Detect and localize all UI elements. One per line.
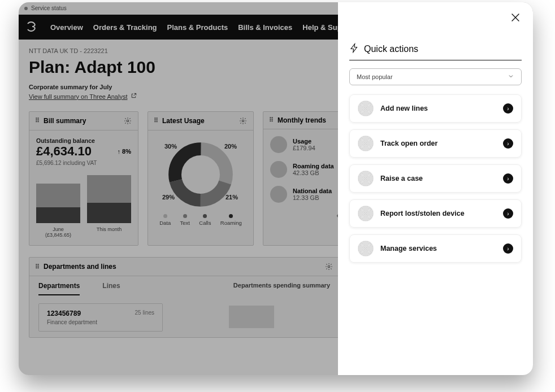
departments-card: ⠿ Departments and lines Departments Line… (29, 257, 340, 338)
brand-logo-icon[interactable] (24, 19, 40, 35)
drag-handle-icon[interactable]: ⠿ (35, 263, 40, 271)
slice-pct-0: 30% (164, 143, 177, 150)
qa-item-icon (358, 136, 374, 151)
qa-raise-a-case[interactable]: Raise a case › (349, 164, 522, 193)
usage-legend: Data Text Calls Roaming (155, 214, 246, 226)
panel-heading: Quick actions (349, 43, 522, 60)
department-item[interactable]: 123456789 Finance department 25 lines (38, 303, 163, 332)
quick-actions-panel: Quick actions Most popular Add new lines… (338, 2, 533, 375)
close-icon (509, 16, 522, 25)
spending-chart-placeholder (229, 306, 274, 328)
depts-summary-title: Departments spending summary (233, 282, 330, 295)
bar-this-month (87, 175, 131, 223)
qa-item-icon (358, 101, 374, 116)
slice-pct-1: 20% (224, 143, 237, 150)
svg-point-6 (328, 265, 330, 268)
depts-tabs: Departments Lines Departments spending s… (29, 276, 339, 295)
balance-sub: £5,696.12 including VAT (36, 160, 131, 166)
chevron-right-icon: › (503, 138, 513, 149)
dept-line-count: 25 lines (135, 310, 154, 316)
lightning-icon (349, 43, 359, 55)
qa-track-open-order[interactable]: Track open order › (349, 129, 522, 158)
balance-amount: £4,634.10 (36, 144, 92, 159)
drag-handle-icon[interactable]: ⠿ (35, 117, 40, 124)
sort-dropdown[interactable]: Most popular (349, 68, 522, 85)
bill-card-title: Bill summary (44, 117, 86, 125)
gear-icon[interactable] (324, 262, 333, 271)
dept-id: 123456789 (47, 310, 97, 317)
latest-usage-card: ⠿ Latest Usage (148, 111, 254, 246)
status-dot-icon (24, 7, 28, 10)
arrow-up-icon: ↑ (118, 148, 121, 155)
nav-plans-products[interactable]: Plans & Products (167, 23, 228, 32)
gear-icon[interactable] (239, 116, 248, 125)
chevron-right-icon: › (503, 243, 513, 254)
qa-item-icon (358, 241, 374, 256)
qa-add-new-lines[interactable]: Add new lines › (349, 94, 522, 123)
close-button[interactable] (349, 11, 522, 26)
chevron-right-icon: › (503, 103, 513, 114)
chevron-down-icon (508, 73, 514, 81)
tab-departments[interactable]: Departments (38, 282, 80, 295)
qa-item-icon (358, 171, 374, 186)
external-link-icon (131, 93, 137, 100)
usage-donut-chart: 30% 20% 21% 29% (167, 141, 235, 208)
status-label[interactable]: Service status (31, 5, 67, 11)
qa-item-icon (358, 206, 374, 221)
depts-card-title: Departments and lines (44, 263, 116, 271)
bar-june (36, 184, 80, 223)
bill-summary-card: ⠿ Bill summary Outstanding balance £4,63… (29, 111, 138, 246)
qa-report-lost-stolen[interactable]: Report lost/stolen device › (349, 199, 522, 228)
drag-handle-icon[interactable]: ⠿ (269, 116, 274, 124)
trends-card-title: Monthly trends (278, 116, 326, 124)
dept-name: Finance department (47, 319, 97, 325)
panel-title: Quick actions (364, 44, 418, 54)
slice-pct-3: 29% (162, 194, 175, 201)
trend-pct: 8% (122, 148, 131, 155)
balance-trend: ↑ 8% (118, 148, 131, 155)
drag-handle-icon[interactable]: ⠿ (154, 117, 159, 124)
dropdown-value: Most popular (357, 73, 393, 80)
trend-circle-icon (270, 186, 287, 203)
slice-pct-2: 21% (226, 194, 238, 201)
nav-bills-invoices[interactable]: Bills & Invoices (238, 23, 292, 32)
bill-bar-chart (36, 175, 131, 223)
nav-orders-tracking[interactable]: Orders & Tracking (93, 23, 157, 32)
trend-circle-icon (270, 136, 287, 153)
quick-actions-list: Add new lines › Track open order › Raise… (349, 94, 522, 263)
chevron-right-icon: › (503, 208, 513, 219)
nav-overview[interactable]: Overview (50, 23, 83, 32)
bar-label-this-month: This month (87, 227, 131, 239)
gear-icon[interactable] (123, 116, 132, 125)
bar-label-june: June(£3,845.65) (36, 227, 80, 239)
balance-label: Outstanding balance (36, 137, 131, 144)
chevron-right-icon: › (503, 173, 513, 184)
summary-link[interactable]: View full summary on Three Analyst (29, 93, 137, 100)
tab-lines[interactable]: Lines (102, 282, 120, 295)
svg-point-1 (242, 120, 244, 122)
summary-link-text: View full summary on Three Analyst (29, 93, 127, 100)
trend-circle-icon (270, 161, 287, 178)
app-frame: Service status Overview Orders & Trackin… (19, 2, 533, 375)
svg-point-0 (127, 120, 129, 122)
qa-manage-services[interactable]: Manage services › (349, 234, 522, 263)
usage-card-title: Latest Usage (162, 117, 205, 125)
